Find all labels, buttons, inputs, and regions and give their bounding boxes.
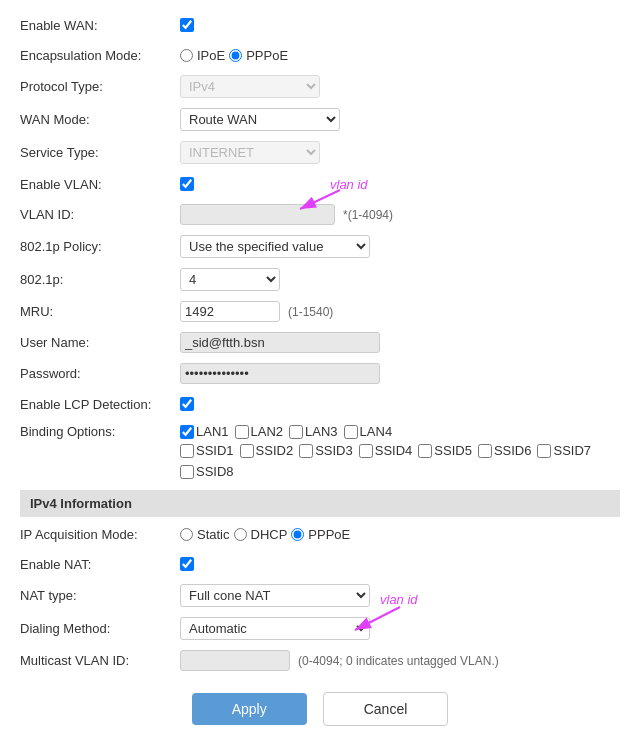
vlan-arrow-2 (330, 602, 420, 640)
binding-ssid4[interactable]: SSID4 (359, 443, 413, 458)
password-control (180, 363, 380, 384)
password-input[interactable] (180, 363, 380, 384)
binding-ssid6-checkbox[interactable] (478, 444, 492, 458)
binding-ssid4-checkbox[interactable] (359, 444, 373, 458)
password-row: Password: (20, 358, 620, 389)
binding-ssid-options: SSID1 SSID2 SSID3 SSID4 SSID5 (180, 443, 620, 479)
binding-ssid6-label: SSID6 (494, 443, 532, 458)
vlan-id-row: VLAN ID: *(1-4094) vlan id (20, 199, 620, 230)
ip-acquisition-row: IP Acquisition Mode: Static DHCP PPPoE (20, 519, 620, 549)
value-control: 4 0 1 2 3 5 6 7 (180, 268, 280, 291)
encap-pppoe-radio[interactable] (229, 49, 242, 62)
binding-lan4-checkbox[interactable] (344, 425, 358, 439)
lcp-row: Enable LCP Detection: (20, 389, 620, 419)
binding-ssid7-checkbox[interactable] (537, 444, 551, 458)
mru-control: (1-1540) (180, 301, 333, 322)
value-select[interactable]: 4 0 1 2 3 5 6 7 (180, 268, 280, 291)
binding-lan2-checkbox[interactable] (235, 425, 249, 439)
multicast-vlan-label: Multicast VLAN ID: (20, 653, 180, 668)
binding-lan2-label: LAN2 (251, 424, 284, 439)
binding-ssid8[interactable]: SSID8 (180, 464, 234, 479)
wan-mode-select[interactable]: Route WAN Bridge WAN (180, 108, 340, 131)
lcp-control (180, 397, 194, 411)
encap-ipoe-radio[interactable] (180, 49, 193, 62)
ip-dhcp-radio[interactable] (234, 528, 247, 541)
value-label: 802.1p: (20, 272, 180, 287)
username-input[interactable] (180, 332, 380, 353)
policy-label: 802.1p Policy: (20, 239, 180, 254)
encapsulation-label: Encapsulation Mode: (20, 48, 180, 63)
encap-pppoe-label: PPPoE (246, 48, 288, 63)
svg-line-3 (355, 607, 400, 630)
binding-control: LAN1 LAN2 LAN3 LAN4 SSID1 (180, 424, 620, 479)
protocol-type-control: IPv4 (180, 75, 320, 98)
binding-lan4[interactable]: LAN4 (344, 424, 393, 439)
service-type-select[interactable]: INTERNET (180, 141, 320, 164)
ip-static-radio[interactable] (180, 528, 193, 541)
mru-input[interactable] (180, 301, 280, 322)
binding-lan3-checkbox[interactable] (289, 425, 303, 439)
enable-nat-checkbox[interactable] (180, 557, 194, 571)
nat-type-row: NAT type: Full cone NAT Restricted cone … (20, 579, 620, 612)
enable-wan-checkbox[interactable] (180, 18, 194, 32)
policy-select[interactable]: Use the specified value Use the default … (180, 235, 370, 258)
lcp-checkbox[interactable] (180, 397, 194, 411)
ip-dhcp-label: DHCP (251, 527, 288, 542)
dialing-method-row: Dialing Method: Automatic Manual vlan id (20, 612, 620, 645)
service-type-row: Service Type: INTERNET (20, 136, 620, 169)
form-container: Enable WAN: Encapsulation Mode: IPoE PPP… (0, 0, 640, 740)
protocol-type-select[interactable]: IPv4 (180, 75, 320, 98)
lcp-label: Enable LCP Detection: (20, 397, 180, 412)
enable-vlan-control (180, 177, 194, 191)
service-type-control: INTERNET (180, 141, 320, 164)
enable-vlan-checkbox[interactable] (180, 177, 194, 191)
ipv4-section-header: IPv4 Information (20, 490, 620, 517)
binding-ssid5-checkbox[interactable] (418, 444, 432, 458)
button-row: Apply Cancel (20, 676, 620, 736)
binding-ssid3[interactable]: SSID3 (299, 443, 353, 458)
username-row: User Name: (20, 327, 620, 358)
binding-ssid8-checkbox[interactable] (180, 465, 194, 479)
wan-mode-label: WAN Mode: (20, 112, 180, 127)
binding-lan1-checkbox[interactable] (180, 425, 194, 439)
ip-pppoe-radio[interactable] (291, 528, 304, 541)
vlan-arrow-1 (280, 185, 360, 218)
binding-ssid1[interactable]: SSID1 (180, 443, 234, 458)
binding-lan1[interactable]: LAN1 (180, 424, 229, 439)
enable-vlan-label: Enable VLAN: (20, 177, 180, 192)
username-control (180, 332, 380, 353)
binding-lan1-label: LAN1 (196, 424, 229, 439)
binding-ssid6[interactable]: SSID6 (478, 443, 532, 458)
binding-lan2[interactable]: LAN2 (235, 424, 284, 439)
binding-ssid2-checkbox[interactable] (240, 444, 254, 458)
binding-lan4-label: LAN4 (360, 424, 393, 439)
ip-pppoe-label: PPPoE (308, 527, 350, 542)
encapsulation-row: Encapsulation Mode: IPoE PPPoE (20, 40, 620, 70)
protocol-type-row: Protocol Type: IPv4 (20, 70, 620, 103)
binding-ssid7[interactable]: SSID7 (537, 443, 591, 458)
enable-wan-row: Enable WAN: (20, 10, 620, 40)
svg-line-1 (300, 190, 340, 209)
policy-row: 802.1p Policy: Use the specified value U… (20, 230, 620, 263)
binding-ssid1-checkbox[interactable] (180, 444, 194, 458)
policy-control: Use the specified value Use the default … (180, 235, 370, 258)
apply-button[interactable]: Apply (192, 693, 307, 725)
vlan-id-label: VLAN ID: (20, 207, 180, 222)
multicast-vlan-control: (0-4094; 0 indicates untagged VLAN.) (180, 650, 499, 671)
vlan-arrow-svg-2 (330, 602, 420, 637)
username-label: User Name: (20, 335, 180, 350)
enable-wan-control (180, 18, 194, 32)
binding-ssid2[interactable]: SSID2 (240, 443, 294, 458)
binding-ssid4-label: SSID4 (375, 443, 413, 458)
password-label: Password: (20, 366, 180, 381)
binding-row: Binding Options: LAN1 LAN2 LAN3 LAN4 (20, 419, 620, 484)
binding-lan3-label: LAN3 (305, 424, 338, 439)
binding-ssid1-label: SSID1 (196, 443, 234, 458)
cancel-button[interactable]: Cancel (323, 692, 449, 726)
binding-ssid3-checkbox[interactable] (299, 444, 313, 458)
binding-ssid5-label: SSID5 (434, 443, 472, 458)
binding-ssid5[interactable]: SSID5 (418, 443, 472, 458)
binding-label: Binding Options: (20, 424, 180, 439)
binding-lan3[interactable]: LAN3 (289, 424, 338, 439)
multicast-vlan-input[interactable] (180, 650, 290, 671)
